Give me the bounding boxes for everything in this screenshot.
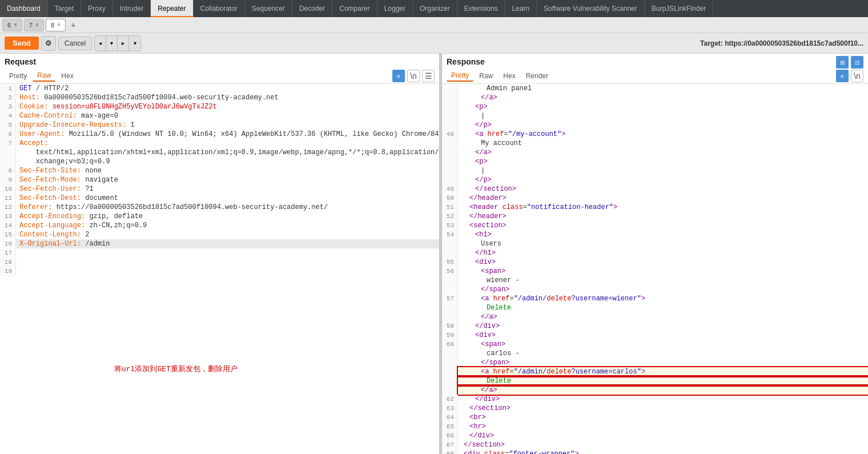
- request-tab-pretty[interactable]: Pretty: [5, 71, 31, 81]
- nav-learn[interactable]: Learn: [505, 0, 537, 17]
- resp-line-p1: <p>: [442, 102, 868, 111]
- request-line-15: 15 Content-Length: 2: [0, 230, 439, 239]
- nav-proxy[interactable]: Proxy: [81, 0, 113, 17]
- resp-line-57: 57 <a href="/admin/delete?username=wiene…: [442, 294, 868, 303]
- request-icon-menu[interactable]: ☰: [422, 70, 435, 82]
- request-icon-newline[interactable]: \n: [407, 70, 420, 82]
- editor-tab-6-close[interactable]: ×: [14, 22, 17, 28]
- nav-dashboard[interactable]: Dashboard: [0, 0, 48, 17]
- request-line-14: 14 Accept-Language: zh-CN,zh;q=0.9: [0, 221, 439, 230]
- response-tab-pretty[interactable]: Pretty: [447, 70, 473, 82]
- request-line-19: 19: [0, 267, 439, 276]
- request-line-3: 3 Cookie: session=u8FL0NHgZH5yVEYolD0arJ…: [0, 102, 439, 111]
- request-title: Request: [0, 54, 439, 69]
- nav-arrows: ◂ ▾ ▸ ▾: [94, 35, 141, 51]
- response-code-area[interactable]: Admin panel </a> <p> | </p> 48 <a href="…: [442, 84, 868, 454]
- request-line-7c: xchange;v=b3;q=0.9: [0, 157, 439, 166]
- request-tab-hex[interactable]: Hex: [57, 71, 78, 81]
- resp-line-60: 60 <span>: [442, 340, 868, 349]
- editor-tab-8-close[interactable]: ×: [57, 22, 61, 28]
- resp-line-62: 62 </div>: [442, 395, 868, 404]
- nav-target[interactable]: Target: [48, 0, 81, 17]
- nav-repeater[interactable]: Repeater: [151, 0, 193, 17]
- nav-intruder[interactable]: Intruder: [113, 0, 151, 17]
- main-panels: Request Pretty Raw Hex ≡ \n ☰ 1 GET / HT…: [0, 54, 868, 454]
- request-code-area[interactable]: 1 GET / HTTP/2 2 Host: 0a00000503526bd18…: [0, 84, 439, 454]
- response-icon-view1[interactable]: ⊞: [836, 56, 849, 69]
- editor-tab-8-label: 8: [51, 22, 54, 29]
- resp-line-56: 56 <span>: [442, 267, 868, 276]
- nav-comparer[interactable]: Comparer: [332, 0, 377, 17]
- editor-tab-6[interactable]: 6 ×: [2, 19, 22, 31]
- request-line-8: 8 Sec-Fetch-Site: none: [0, 166, 439, 175]
- resp-line-52: 52 </header>: [442, 212, 868, 221]
- nav-forward-button[interactable]: ▸: [118, 36, 129, 51]
- resp-line-61-highlighted: <a href="/admin/delete?username=carlos">: [442, 367, 868, 376]
- resp-line-myacc: My account: [442, 139, 868, 148]
- resp-line-a3: </a>: [442, 148, 868, 157]
- response-icon-view2[interactable]: ⊟: [851, 56, 863, 69]
- nav-back-dropdown[interactable]: ▾: [106, 36, 118, 51]
- cancel-button[interactable]: Cancel: [58, 37, 92, 50]
- resp-line-spanclose1: </span>: [442, 285, 868, 294]
- nav-logger[interactable]: Logger: [377, 0, 413, 17]
- resp-line-p2: </p>: [442, 120, 868, 130]
- request-line-6: 6 User-Agent: Mozilla/5.0 (Windows NT 10…: [0, 130, 439, 139]
- response-tab-render[interactable]: Render: [521, 71, 553, 81]
- resp-line-53: 53 <section>: [442, 221, 868, 230]
- resp-line-users: Users: [442, 239, 868, 248]
- editor-tab-7-close[interactable]: ×: [35, 22, 39, 28]
- response-tab-hex[interactable]: Hex: [499, 71, 520, 81]
- nav-back-button[interactable]: ◂: [95, 36, 106, 51]
- top-navigation: Dashboard Target Proxy Intruder Repeater…: [0, 0, 868, 17]
- resp-line-aclose2: </a>: [442, 385, 868, 395]
- resp-line-delete1: Delete: [442, 303, 868, 312]
- settings-button[interactable]: ⚙: [41, 36, 56, 51]
- resp-line-49: 49 </section>: [442, 184, 868, 194]
- resp-line-carlos: carlos -: [442, 349, 868, 358]
- nav-svscanner[interactable]: Software Vulnerability Scanner: [537, 0, 645, 17]
- resp-line-59: 59 <div>: [442, 331, 868, 340]
- resp-line-spanclose2: </span>: [442, 358, 868, 367]
- resp-line-p4: </p>: [442, 175, 868, 184]
- request-line-5: 5 Upgrade-Insecure-Requests: 1: [0, 120, 439, 130]
- response-tab-raw[interactable]: Raw: [475, 71, 497, 81]
- nav-extensions[interactable]: Extensions: [457, 0, 505, 17]
- resp-line-63: 63 </section>: [442, 404, 868, 413]
- add-tab-button[interactable]: +: [67, 19, 79, 31]
- request-line-12: 12 Referer: https://0a00000503526bd1815c…: [0, 203, 439, 212]
- request-tab-raw[interactable]: Raw: [33, 70, 55, 82]
- target-info: Target: https://0a00000503526bd1815c7ad5…: [700, 39, 863, 47]
- resp-line-51: 51 <header class="notification-header">: [442, 203, 868, 212]
- nav-burpjslinkfinder[interactable]: BurpJSLinkFinder: [645, 0, 713, 17]
- nav-forward-dropdown[interactable]: ▾: [129, 36, 140, 51]
- nav-organizer[interactable]: Organizer: [413, 0, 457, 17]
- resp-line-64: 64 <br>: [442, 413, 868, 422]
- editor-tab-7[interactable]: 7 ×: [24, 19, 44, 31]
- request-tab-icons: ≡ \n ☰: [392, 70, 435, 82]
- resp-line-pre: Admin panel: [442, 84, 868, 93]
- send-button[interactable]: Send: [5, 37, 39, 50]
- request-line-18: 18: [0, 258, 439, 267]
- response-icon-newline[interactable]: \n: [851, 70, 863, 82]
- editor-tab-8[interactable]: 8 ×: [46, 19, 66, 31]
- response-icon-list[interactable]: ≡: [836, 70, 849, 82]
- resp-line-pipe2: |: [442, 166, 868, 175]
- request-line-9: 9 Sec-Fetch-Mode: navigate: [0, 175, 439, 184]
- request-line-17: 17: [0, 248, 439, 258]
- resp-line-aclose1: </a>: [442, 312, 868, 322]
- request-line-7b: text/html,application/xhtml+xml,applicat…: [0, 148, 439, 157]
- nav-decoder[interactable]: Decoder: [292, 0, 332, 17]
- request-line-1: 1 GET / HTTP/2: [0, 84, 439, 93]
- repeater-toolbar: Send ⚙ Cancel ◂ ▾ ▸ ▾ Target: https://0a…: [0, 33, 868, 54]
- request-line-11: 11 Sec-Fetch-Dest: document: [0, 194, 439, 203]
- resp-line-65: 65 <hr>: [442, 422, 868, 431]
- nav-sequencer[interactable]: Sequencer: [245, 0, 292, 17]
- resp-line-h1close: </h1>: [442, 248, 868, 258]
- request-icon-list[interactable]: ≡: [392, 70, 405, 82]
- nav-collaborator[interactable]: Collaborator: [194, 0, 245, 17]
- resp-line-50: 50 </header>: [442, 194, 868, 203]
- resp-line-67: 67 </section>: [442, 440, 868, 449]
- resp-line-55: 55 <div>: [442, 258, 868, 267]
- resp-line-a2: </a>: [442, 93, 868, 102]
